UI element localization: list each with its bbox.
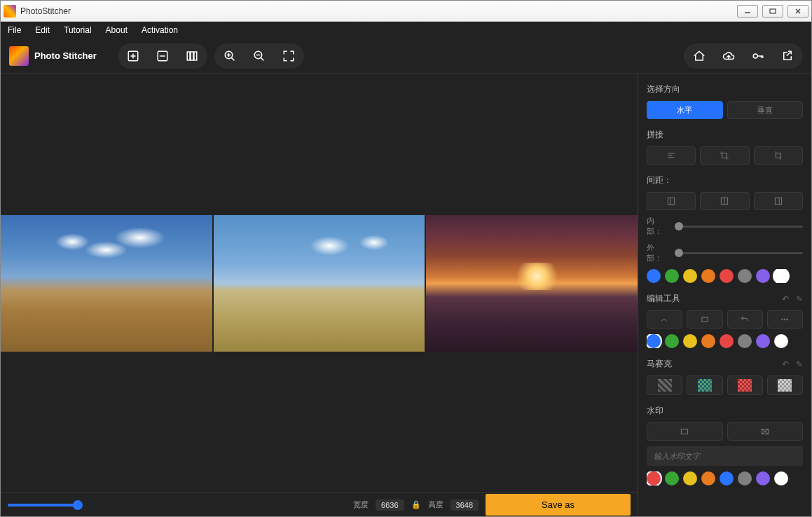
color-swatch[interactable]: [701, 471, 715, 485]
color-swatch[interactable]: [774, 471, 788, 485]
stitch-section: 拼接: [647, 129, 803, 165]
zoom-out-button[interactable]: [249, 46, 269, 66]
menu-file[interactable]: File: [8, 25, 21, 35]
home-button[interactable]: [689, 46, 709, 66]
watermark-section: 水印: [647, 405, 803, 485]
color-swatch[interactable]: [647, 471, 661, 485]
mosaic-undo-icon[interactable]: ↶: [782, 359, 789, 369]
edit-tools-section: 编辑工具 ↶✎: [647, 293, 803, 348]
color-swatch[interactable]: [701, 334, 715, 348]
direction-title: 选择方向: [647, 83, 803, 95]
minimize-button[interactable]: [737, 5, 758, 18]
window-controls: [737, 5, 808, 18]
mosaic-style-2[interactable]: [687, 375, 722, 395]
lock-icon[interactable]: 🔒: [411, 500, 421, 509]
logo: Photo Stitcher: [9, 46, 97, 66]
cloud-upload-button[interactable]: [719, 46, 738, 66]
more-button[interactable]: [767, 310, 803, 329]
color-swatch[interactable]: [756, 269, 770, 283]
crop-button[interactable]: [700, 146, 749, 165]
menu-about[interactable]: About: [106, 25, 128, 35]
undo-button[interactable]: [727, 310, 763, 329]
layout-button[interactable]: [182, 46, 202, 66]
mosaic-brush-icon[interactable]: ✎: [796, 359, 803, 369]
outer-spacing-label: 外部：: [647, 242, 669, 263]
toolbar: Photo Stitcher: [1, 39, 811, 74]
photo-2[interactable]: [214, 215, 425, 352]
color-swatch[interactable]: [683, 471, 697, 485]
draw-button[interactable]: [647, 310, 682, 329]
color-swatch[interactable]: [683, 269, 697, 283]
color-swatch[interactable]: [720, 334, 734, 348]
zoom-in-button[interactable]: [220, 46, 240, 66]
menu-tutorial[interactable]: Tutorial: [64, 25, 92, 35]
watermark-image-button[interactable]: [647, 422, 723, 441]
spacing-opt-3[interactable]: [754, 192, 803, 210]
menu-edit[interactable]: Edit: [35, 25, 50, 35]
color-swatch[interactable]: [701, 269, 715, 283]
svg-rect-8: [194, 52, 197, 60]
brush-icon[interactable]: ✎: [796, 294, 803, 304]
color-swatch[interactable]: [738, 269, 752, 283]
color-swatch[interactable]: [774, 269, 788, 283]
spacing-opt-2[interactable]: [700, 192, 749, 210]
color-swatch[interactable]: [720, 471, 734, 485]
app-window: PhotoStitcher File Edit Tutorial About A…: [0, 0, 812, 517]
watermark-text-input[interactable]: [647, 446, 803, 466]
inner-spacing-slider[interactable]: [675, 226, 803, 228]
fit-screen-button[interactable]: [279, 46, 298, 66]
svg-rect-6: [187, 52, 190, 60]
color-swatch[interactable]: [738, 334, 752, 348]
titlebar: PhotoStitcher: [1, 1, 811, 22]
mosaic-style-4[interactable]: [767, 375, 803, 395]
zoom-thumb[interactable]: [73, 500, 83, 510]
color-swatch[interactable]: [756, 471, 770, 485]
save-as-button[interactable]: Save as: [486, 494, 631, 516]
canvas[interactable]: [1, 74, 638, 492]
app-icon: [4, 5, 16, 18]
rect-button[interactable]: [687, 310, 722, 329]
photo-1[interactable]: [1, 215, 212, 352]
color-swatch[interactable]: [720, 269, 734, 283]
color-swatch[interactable]: [683, 334, 697, 348]
menu-activation[interactable]: Activation: [142, 25, 178, 35]
spacing-opt-1[interactable]: [647, 192, 696, 210]
outer-spacing-slider[interactable]: [675, 252, 803, 254]
add-image-button[interactable]: [123, 46, 143, 66]
color-swatch[interactable]: [665, 334, 679, 348]
watermark-pattern-button[interactable]: [727, 422, 804, 441]
key-button[interactable]: [748, 46, 768, 66]
maximize-button[interactable]: [762, 5, 783, 18]
inner-spacing-label: 内部：: [647, 216, 669, 237]
rotate-crop-button[interactable]: [754, 146, 803, 165]
align-button[interactable]: [647, 146, 696, 165]
color-swatch[interactable]: [647, 269, 661, 283]
color-swatch[interactable]: [774, 334, 788, 348]
color-swatch[interactable]: [665, 471, 679, 485]
export-button[interactable]: [778, 46, 797, 66]
height-value: 3648: [450, 499, 479, 511]
close-button[interactable]: [787, 5, 808, 18]
photo-3[interactable]: [426, 215, 638, 352]
edit-tools-label: 编辑工具: [647, 293, 680, 305]
body-area: 宽度 6636 🔒 高度 3648 Save as 选择方向 水平 垂直 拼接: [1, 74, 811, 516]
menubar: File Edit Tutorial About Activation: [1, 22, 811, 39]
mosaic-style-1[interactable]: [647, 375, 682, 395]
color-swatch[interactable]: [647, 334, 661, 348]
color-swatch[interactable]: [738, 471, 752, 485]
spacing-section: 间距： 内部： 外部：: [647, 174, 803, 283]
logo-icon: [9, 46, 29, 66]
remove-image-button[interactable]: [153, 46, 172, 66]
color-swatch[interactable]: [756, 334, 770, 348]
width-value: 6636: [376, 499, 404, 511]
color-swatch[interactable]: [665, 269, 679, 283]
direction-vertical[interactable]: 垂直: [727, 101, 804, 119]
zoom-slider[interactable]: [8, 504, 78, 506]
mosaic-style-3[interactable]: [727, 375, 763, 395]
svg-point-19: [782, 319, 783, 320]
window-title: PhotoStitcher: [20, 6, 737, 16]
mosaic-label: 马赛克: [647, 358, 672, 370]
direction-horizontal[interactable]: 水平: [647, 101, 723, 119]
undo-icon[interactable]: ↶: [782, 294, 789, 304]
mosaic-section: 马赛克 ↶✎: [647, 358, 803, 395]
